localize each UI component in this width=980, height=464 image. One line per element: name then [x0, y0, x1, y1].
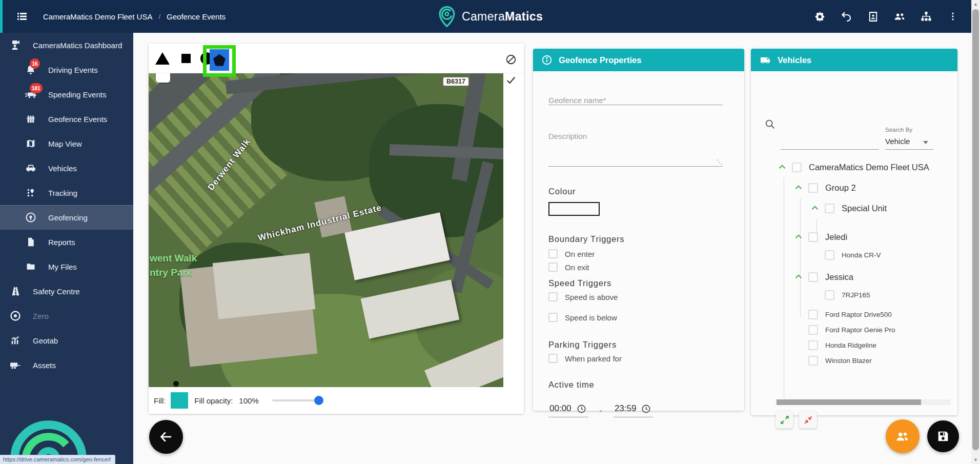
- tree-row-honda-ridgeline[interactable]: Honda Ridgeline: [793, 340, 876, 350]
- vehicles-panel: Vehicles Search By Vehicle CameraMatics …: [751, 49, 957, 415]
- sidebar-item-geotab[interactable]: Geotab: [0, 328, 133, 353]
- van-icon: [759, 54, 771, 66]
- users-icon[interactable]: [890, 7, 909, 26]
- sidebar-item-driving-events[interactable]: 16Driving Events: [0, 57, 133, 82]
- tree-checkbox[interactable]: [808, 356, 818, 366]
- checkbox-row-speed-is-below[interactable]: Speed is below: [548, 313, 617, 322]
- geofence-properties-panel: Geofence Properties ⋰ Colour Boundary Tr…: [533, 49, 744, 411]
- geofence-name-input[interactable]: [548, 96, 723, 105]
- sidebar-item-tracking[interactable]: Tracking: [0, 180, 133, 205]
- tree-row-special-unit[interactable]: Special Unit: [809, 203, 887, 214]
- properties-header: Geofence Properties: [533, 49, 744, 71]
- sidebar-item-map-view[interactable]: Map View: [0, 131, 133, 156]
- tree-row-7rjp165[interactable]: 7RJP165: [809, 290, 870, 300]
- tree-checkbox[interactable]: [825, 250, 834, 260]
- vehicles-title: Vehicles: [778, 55, 811, 65]
- tree-checkbox[interactable]: [808, 183, 818, 193]
- satellite-map[interactable]: Derwent Walk Whickham Industrial Estate …: [149, 73, 503, 387]
- tree-checkbox[interactable]: [808, 325, 818, 335]
- chevron-up-icon[interactable]: [809, 203, 821, 214]
- expand-tree-button[interactable]: [775, 411, 793, 429]
- tree-checkbox[interactable]: [792, 163, 802, 172]
- checkbox-row-on-exit[interactable]: On exit: [548, 263, 589, 272]
- checkbox-unchecked[interactable]: [548, 354, 558, 363]
- tree-row-group-2[interactable]: Group 2: [793, 182, 856, 193]
- hamburger-menu-icon[interactable]: [13, 8, 31, 25]
- tree-checkbox[interactable]: [808, 232, 818, 242]
- expand-arrows-icon: [780, 415, 789, 425]
- page-scrollbar-thumb[interactable]: [972, 9, 979, 450]
- tree-checkbox[interactable]: [808, 340, 818, 350]
- sidebar-item-reports[interactable]: Reports: [0, 230, 133, 254]
- cancel-draw-icon[interactable]: [504, 53, 518, 66]
- chevron-up-icon[interactable]: [793, 231, 804, 243]
- page-scrollbar[interactable]: ▲ ▼: [971, 0, 980, 464]
- map-control-button[interactable]: [156, 73, 170, 83]
- checkbox-unchecked[interactable]: [548, 263, 558, 272]
- sidebar-item-cameramatics-dashboard[interactable]: CameraMatics Dashboard: [0, 33, 133, 57]
- fill-color-swatch[interactable]: [171, 392, 188, 409]
- kebab-menu-icon[interactable]: [943, 7, 963, 26]
- time-to-value[interactable]: 23:59: [615, 404, 637, 414]
- horizontal-scrollbar-thumb[interactable]: [777, 399, 921, 405]
- checkbox-row-speed-is-above[interactable]: Speed is above: [548, 292, 618, 301]
- scroll-up-icon[interactable]: ▲: [971, 0, 980, 8]
- clock-icon[interactable]: [641, 404, 651, 414]
- tree-row-jessica[interactable]: Jessica: [793, 271, 853, 283]
- colour-picker-box[interactable]: [548, 202, 600, 216]
- vehicle-tree: CameraMatics Demo Fleet USAGroup 2Specia…: [751, 71, 957, 415]
- resize-handle-icon[interactable]: ⋰: [716, 159, 723, 165]
- square-tool[interactable]: [175, 48, 197, 69]
- tree-row-winston-blazer[interactable]: Winston Blazer: [793, 356, 872, 366]
- tree-row-cameramatics-demo-fleet-usa[interactable]: CameraMatics Demo Fleet USA: [777, 162, 929, 173]
- checkbox-unchecked[interactable]: [548, 249, 558, 258]
- checkbox-row-on-enter[interactable]: On enter: [548, 249, 595, 258]
- time-from-field[interactable]: 00:00: [548, 404, 588, 417]
- save-geofence-fab[interactable]: [927, 420, 959, 452]
- assign-users-fab[interactable]: [886, 419, 920, 453]
- undo-icon[interactable]: [836, 7, 856, 26]
- time-from-value[interactable]: 00:00: [549, 404, 571, 414]
- sidebar-item-assets[interactable]: Assets: [0, 353, 133, 377]
- tree-checkbox[interactable]: [825, 204, 834, 213]
- tree-checkbox[interactable]: [825, 290, 834, 300]
- checkbox-row-when-parked-for[interactable]: When parked for: [548, 354, 622, 363]
- scroll-down-icon[interactable]: ▼: [971, 456, 980, 464]
- checkbox-label: On exit: [565, 263, 589, 272]
- time-to-field[interactable]: 23:59: [614, 404, 654, 417]
- sidebar-item-my-files[interactable]: My Files: [0, 254, 133, 279]
- back-button[interactable]: [149, 420, 183, 454]
- horizontal-scrollbar[interactable]: [775, 399, 951, 405]
- settings-gear-icon[interactable]: [810, 7, 829, 26]
- sidebar-item-vehicles[interactable]: Vehicles: [0, 156, 133, 180]
- contact-card-icon[interactable]: [863, 7, 883, 26]
- checkbox-unchecked[interactable]: [548, 292, 558, 301]
- sidebar-item-geofencing[interactable]: Geofencing: [0, 205, 133, 230]
- tree-row-ford-raptor-genie-pro[interactable]: Ford Raptor Genie Pro: [793, 325, 895, 335]
- collapse-tree-button[interactable]: [799, 411, 817, 429]
- triangle-tool[interactable]: [152, 48, 173, 69]
- tree-checkbox[interactable]: [808, 310, 818, 319]
- tree-row-ford-raptor-drive500[interactable]: Ford Raptor Drive500: [793, 310, 892, 319]
- description-input[interactable]: [548, 132, 723, 167]
- sidebar-item-safety-centre[interactable]: Safety Centre: [0, 279, 133, 304]
- org-chart-icon[interactable]: [916, 7, 936, 26]
- tree-row-jeledi[interactable]: Jeledi: [793, 231, 847, 243]
- tree-row-honda-cr-v[interactable]: Honda CR-V: [809, 250, 881, 260]
- fill-opacity-slider[interactable]: [272, 399, 322, 401]
- confirm-draw-icon[interactable]: [504, 73, 518, 87]
- breadcrumb-fleet[interactable]: CameraMatics Demo Fleet USA: [43, 12, 152, 21]
- chevron-up-icon[interactable]: [793, 271, 804, 283]
- clock-icon[interactable]: [577, 404, 586, 414]
- chevron-up-icon[interactable]: [793, 182, 804, 193]
- polygon-vertex-dot[interactable]: [173, 381, 179, 387]
- chevron-up-icon[interactable]: [777, 162, 788, 173]
- map-yard: [213, 253, 315, 319]
- slider-thumb[interactable]: [314, 396, 323, 405]
- checkbox-unchecked[interactable]: [548, 313, 558, 322]
- pentagon-tool[interactable]: [210, 49, 229, 71]
- sidebar-item-zero[interactable]: Zero: [0, 304, 133, 328]
- sidebar-item-speeding-events[interactable]: 181Speeding Events: [0, 82, 133, 107]
- tree-checkbox[interactable]: [808, 272, 818, 282]
- sidebar-item-geofence-events[interactable]: Geofence Events: [0, 107, 133, 131]
